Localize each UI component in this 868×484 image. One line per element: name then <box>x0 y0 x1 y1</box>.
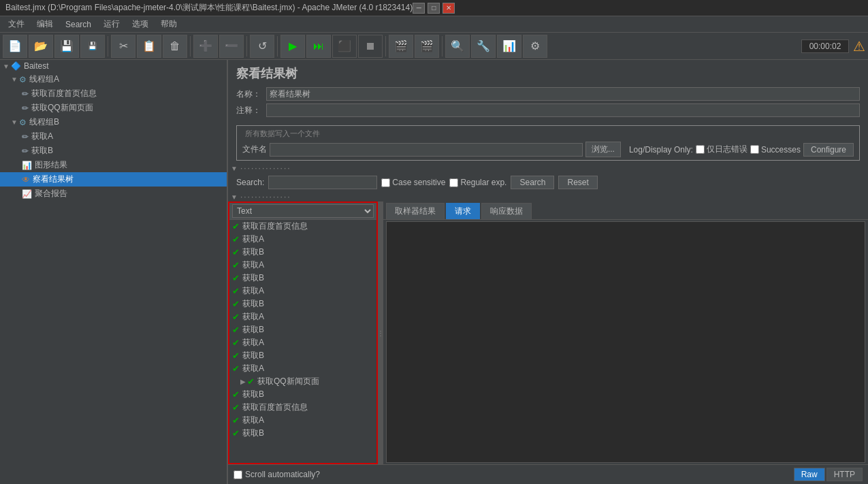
toolbar-save[interactable]: 💾 <box>54 35 79 58</box>
toolbar-save-as[interactable]: 💾 <box>80 35 105 58</box>
name-row: 名称： <box>236 87 860 101</box>
file-row: 文件名 浏览... Log/Display Only: 仅日志错误 Succes… <box>242 142 854 157</box>
toolbar-clear[interactable]: 🔧 <box>471 35 496 58</box>
file-label: 文件名 <box>242 144 267 155</box>
scroll-auto-checkbox[interactable] <box>234 470 242 479</box>
configure-button[interactable]: Configure <box>803 143 854 157</box>
list-item[interactable]: ✔获取B <box>229 246 376 259</box>
minimize-button[interactable]: ─ <box>413 3 425 14</box>
sidebar-item-report[interactable]: 📈 聚合报告 <box>0 187 227 201</box>
list-item[interactable]: ✔获取A <box>229 310 376 323</box>
reset-button[interactable]: Reset <box>558 176 597 189</box>
close-button[interactable]: ✕ <box>443 3 455 14</box>
menu-item-0[interactable]: 文件 <box>3 17 30 31</box>
toolbar-sep-6 <box>442 36 443 57</box>
sidebar-item-qq[interactable]: ✏ 获取QQ新闻页面 <box>0 101 227 115</box>
menu-item-5[interactable]: 帮助 <box>155 17 182 31</box>
list-item[interactable]: ✔获取B <box>229 427 376 440</box>
text-dropdown[interactable]: Text RegExp Tester CSS/JQuery Tester XPa… <box>232 204 374 218</box>
toolbar-remove[interactable]: ➖ <box>219 35 244 58</box>
sidebar-item-get-b1[interactable]: ✏ 获取B <box>0 144 227 158</box>
green-check-icon: ✔ <box>232 415 240 425</box>
sidebar-item-thread-b[interactable]: ▼ ⚙ 线程组B <box>0 115 227 129</box>
list-item[interactable]: ✔获取B <box>229 272 376 285</box>
toolbar-open[interactable]: 📂 <box>29 35 53 58</box>
sidebar-item-baidu[interactable]: ✏ 获取百度首页信息 <box>0 86 227 101</box>
file-input[interactable] <box>270 143 583 157</box>
log-errors-checkbox[interactable] <box>696 145 705 154</box>
toolbar-remote-stop[interactable]: 🎬 <box>415 35 439 58</box>
right-panel: 取样器结果 请求 响应数据 <box>383 201 868 464</box>
list-item[interactable]: ✔获取百度首页信息 <box>229 401 376 414</box>
divider-arrow-2[interactable]: ▼ <box>231 193 238 201</box>
regular-exp-label[interactable]: Regular exp. <box>449 178 507 187</box>
list-item[interactable]: ✔获取A <box>229 259 376 272</box>
toolbar-shutdown[interactable]: ⏹ <box>358 35 383 58</box>
sidebar-item-root[interactable]: ▼ 🔷 Baitest <box>0 60 227 72</box>
menu-item-4[interactable]: 选项 <box>127 17 154 31</box>
regular-exp-checkbox[interactable] <box>449 178 458 187</box>
search-button[interactable]: Search <box>511 176 554 189</box>
list-item[interactable]: ✔获取A <box>229 362 376 375</box>
scroll-auto-label[interactable]: Scroll automatically? <box>234 470 320 479</box>
sidebar-item-thread-a[interactable]: ▼ ⚙ 线程组A <box>0 72 227 86</box>
comment-input[interactable] <box>266 103 860 117</box>
toolbar-start-no-pause[interactable]: ⏭ <box>306 35 331 58</box>
menu-item-3[interactable]: 运行 <box>98 17 125 31</box>
v-splitter[interactable]: ⋮ <box>378 201 383 464</box>
divider-arrow-1[interactable]: ▼ <box>231 165 238 172</box>
toolbar-warn-icon: ⚠ <box>853 38 865 54</box>
list-item[interactable]: ✔获取A <box>229 285 376 297</box>
toolbar-delete[interactable]: 🗑 <box>163 35 187 58</box>
list-item-label: 获取B <box>242 324 264 336</box>
sidebar-item-get-a1[interactable]: ✏ 获取A <box>0 129 227 144</box>
sidebar-item-result-tree[interactable]: 👁 察看结果树 <box>0 172 227 187</box>
case-sensitive-checkbox[interactable] <box>381 178 390 187</box>
toolbar-time: 00:00:02 <box>801 39 849 53</box>
list-item[interactable]: ✔获取A <box>229 336 376 349</box>
list-item[interactable]: ✔获取A <box>229 233 376 246</box>
sidebar-label-root: Baitest <box>24 61 49 71</box>
sidebar-label-thread-b: 线程组B <box>29 116 59 128</box>
green-check-icon: ✔ <box>232 428 240 438</box>
list-item[interactable]: ✔获取B <box>229 323 376 336</box>
browse-button[interactable]: 浏览... <box>585 142 621 157</box>
tab-sampler-result[interactable]: 取样器结果 <box>386 203 445 219</box>
list-item[interactable]: ✔获取B <box>229 388 376 401</box>
toolbar-remote-start[interactable]: 🎬 <box>389 35 413 58</box>
green-check-icon: ✔ <box>232 312 240 322</box>
toolbar-start[interactable]: ▶ <box>280 35 305 58</box>
toolbar-new[interactable]: 📄 <box>3 35 27 58</box>
toolbar-search[interactable]: 🔍 <box>445 35 470 58</box>
log-errors-checkbox-label[interactable]: 仅日志错误 <box>696 144 748 155</box>
name-input[interactable] <box>266 87 860 101</box>
sidebar-item-chart[interactable]: 📊 图形结果 <box>0 158 227 172</box>
toolbar-undo[interactable]: ↺ <box>250 35 274 58</box>
case-sensitive-label[interactable]: Case sensitive <box>381 178 445 187</box>
maximize-button[interactable]: □ <box>428 3 440 14</box>
write-to-file-label: 所有数据写入一个文件 <box>242 129 323 139</box>
raw-tab-raw[interactable]: Raw <box>794 468 825 481</box>
tab-request[interactable]: 请求 <box>446 203 480 219</box>
divider-dots-2: ·············· <box>240 192 291 201</box>
successes-checkbox-label[interactable]: Successes <box>750 145 801 155</box>
toolbar-settings[interactable]: ⚙ <box>523 35 547 58</box>
list-item[interactable]: ✔获取A <box>229 414 376 427</box>
toolbar-stop[interactable]: ⬛ <box>332 35 357 58</box>
title-bar: Baitest.jmx (D:\Program Files\apache-jme… <box>0 0 868 16</box>
successes-checkbox[interactable] <box>750 145 759 154</box>
menu-item-1[interactable]: 编辑 <box>31 17 59 31</box>
list-item[interactable]: ▶✔获取QQ新闻页面 <box>229 375 376 388</box>
list-item[interactable]: ✔获取百度首页信息 <box>229 220 376 233</box>
list-item[interactable]: ✔获取B <box>229 349 376 362</box>
toolbar-add[interactable]: ➕ <box>193 35 218 58</box>
thread-b-arrow: ▼ <box>11 118 18 126</box>
toolbar-report[interactable]: 📊 <box>497 35 521 58</box>
list-item[interactable]: ✔获取B <box>229 297 376 310</box>
raw-tab-http[interactable]: HTTP <box>826 468 863 481</box>
toolbar-paste[interactable]: 📋 <box>137 35 161 58</box>
search-input[interactable] <box>268 176 377 189</box>
toolbar-cut[interactable]: ✂ <box>111 35 135 58</box>
menu-item-2[interactable]: Search <box>60 18 97 31</box>
tab-response-data[interactable]: 响应数据 <box>481 203 532 219</box>
